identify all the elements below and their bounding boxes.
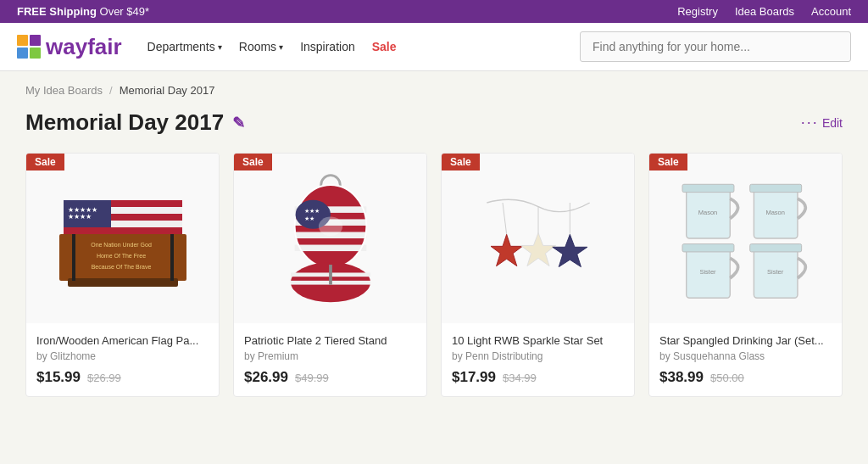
edit-dots-icon: ···	[801, 114, 819, 131]
svg-text:One Nation Under God: One Nation Under God	[91, 242, 152, 248]
product-name: Iron/Wooden American Flag Pa...	[36, 333, 209, 349]
product-image: Sale	[442, 154, 634, 323]
product-name: 10 Light RWB Sparkle Star Set	[452, 333, 624, 349]
svg-rect-1	[30, 35, 41, 46]
svg-rect-42	[749, 184, 801, 192]
chevron-down-icon: ▾	[279, 42, 283, 52]
price-current: $38.99	[659, 369, 704, 386]
svg-rect-48	[749, 244, 801, 252]
products-grid: Sale ★★★★★ ★★★★	[25, 153, 843, 397]
product-card[interactable]: Sale Mason Mason	[648, 153, 843, 397]
product-image: Sale Mason Mason	[649, 154, 842, 323]
product-name: Patriotic Plate 2 Tiered Stand	[244, 333, 416, 349]
registry-link[interactable]: Registry	[677, 5, 718, 18]
price-original: $34.99	[503, 372, 537, 384]
svg-text:★★★: ★★★	[303, 208, 319, 214]
product-thumbnail	[466, 179, 610, 298]
product-pricing: $26.99 $49.99	[244, 369, 416, 386]
shipping-notice: FREE Shipping Over $49*	[17, 5, 149, 18]
svg-text:Home Of The Free: Home Of The Free	[96, 253, 145, 259]
breadcrumb-current: Memorial Day 2017	[120, 84, 215, 97]
svg-marker-37	[552, 234, 587, 266]
svg-text:★★: ★★	[303, 215, 314, 221]
price-original: $50.00	[710, 372, 744, 384]
sale-badge: Sale	[234, 154, 272, 171]
svg-rect-25	[294, 245, 366, 252]
sale-badge: Sale	[442, 154, 480, 171]
search-input[interactable]	[580, 31, 851, 62]
svg-text:Mason: Mason	[765, 209, 785, 216]
product-info: 10 Light RWB Sparkle Star Set by Penn Di…	[442, 323, 634, 396]
idea-boards-link[interactable]: Idea Boards	[735, 5, 794, 18]
chevron-down-icon: ▾	[218, 42, 222, 52]
svg-rect-2	[17, 48, 28, 59]
product-card[interactable]: Sale ★★★★★ ★★★★	[25, 153, 220, 397]
product-brand: by Penn Distributing	[452, 350, 624, 362]
account-link[interactable]: Account	[811, 5, 851, 18]
svg-text:Because Of The Brave: Because Of The Brave	[91, 264, 151, 270]
product-name: Star Spangled Drinking Jar (Set...	[659, 333, 832, 349]
top-nav-links: Registry Idea Boards Account	[677, 5, 851, 18]
nav-departments[interactable]: Departments ▾	[147, 40, 222, 53]
board-title-container: Memorial Day 2017 ✎	[25, 109, 245, 136]
nav-rooms[interactable]: Rooms ▾	[239, 40, 283, 53]
product-brand: by Glitzhome	[36, 350, 209, 362]
svg-rect-9	[64, 227, 182, 234]
product-image: Sale ★★★	[234, 154, 426, 323]
board-header: Memorial Day 2017 ✎ ··· Edit	[25, 109, 843, 136]
svg-rect-14	[72, 234, 75, 281]
svg-text:Sister: Sister	[767, 268, 784, 276]
nav-inspiration[interactable]: Inspiration	[300, 40, 355, 53]
breadcrumb-separator: /	[109, 84, 113, 97]
main-nav: Departments ▾ Rooms ▾ Inspiration Sale	[147, 40, 397, 53]
svg-rect-13	[68, 278, 178, 287]
price-current: $15.99	[36, 369, 81, 386]
logo[interactable]: wayfair	[17, 34, 122, 60]
product-pricing: $38.99 $50.00	[659, 369, 832, 386]
product-pricing: $17.99 $34.99	[452, 369, 624, 386]
svg-rect-34	[329, 265, 332, 285]
product-thumbnail: ★★★★★ ★★★★ One Nation Under God Home Of …	[51, 183, 195, 293]
product-brand: by Susquehanna Glass	[659, 350, 832, 362]
price-original: $49.99	[295, 372, 329, 384]
top-bar: FREE Shipping Over $49* Registry Idea Bo…	[0, 0, 868, 23]
svg-text:Mason: Mason	[698, 209, 717, 216]
product-brand: by Premium	[244, 350, 416, 362]
product-thumbnail: Mason Mason Sister Sister	[670, 175, 822, 302]
svg-marker-36	[520, 232, 555, 266]
board-title: Memorial Day 2017	[25, 109, 224, 136]
nav-sale[interactable]: Sale	[372, 40, 397, 53]
breadcrumb-parent[interactable]: My Idea Boards	[25, 84, 103, 97]
product-info: Patriotic Plate 2 Tiered Stand by Premiu…	[234, 323, 426, 396]
product-info: Iron/Wooden American Flag Pa... by Glitz…	[26, 323, 219, 396]
logo-text: wayfair	[46, 34, 122, 60]
svg-marker-35	[491, 234, 522, 266]
search-bar	[580, 31, 851, 62]
svg-text:★★★★: ★★★★	[68, 213, 92, 221]
price-current: $26.99	[244, 369, 288, 386]
svg-text:Sister: Sister	[699, 268, 716, 276]
svg-rect-45	[682, 244, 734, 252]
svg-rect-3	[30, 48, 41, 59]
price-original: $26.99	[87, 372, 121, 384]
product-card[interactable]: Sale 10 Light RWB Sparkle Star Set	[441, 153, 635, 397]
svg-rect-39	[682, 184, 734, 192]
product-info: Star Spangled Drinking Jar (Set... by Su…	[649, 323, 842, 396]
breadcrumb: My Idea Boards / Memorial Day 2017	[25, 84, 843, 97]
product-pricing: $15.99 $26.99	[36, 369, 209, 386]
nav-bar: wayfair Departments ▾ Rooms ▾ Inspiratio…	[0, 23, 868, 71]
product-card[interactable]: Sale ★★★	[233, 153, 427, 397]
shipping-bold: FREE Shipping	[17, 5, 97, 18]
svg-rect-0	[17, 35, 28, 46]
edit-button[interactable]: ··· Edit	[801, 114, 843, 131]
svg-point-30	[318, 217, 342, 237]
product-thumbnail: ★★★ ★★	[271, 171, 390, 306]
sale-badge: Sale	[26, 154, 64, 171]
shipping-text: Over $49*	[100, 5, 150, 18]
edit-pencil-icon[interactable]: ✎	[232, 114, 245, 132]
product-image: Sale ★★★★★ ★★★★	[26, 154, 219, 323]
price-current: $17.99	[452, 369, 496, 386]
svg-rect-15	[170, 234, 174, 281]
logo-icon	[17, 35, 41, 59]
main-content: My Idea Boards / Memorial Day 2017 Memor…	[0, 71, 868, 410]
